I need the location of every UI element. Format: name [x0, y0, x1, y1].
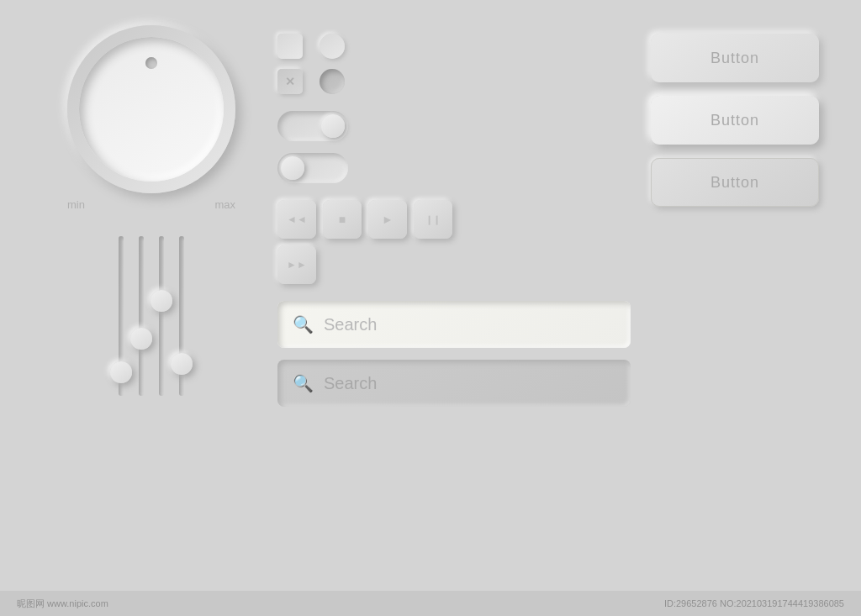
checkbox-unchecked[interactable]	[277, 34, 303, 59]
slider-4[interactable]	[179, 236, 184, 413]
middle-panel: ✕	[277, 25, 462, 591]
forward-icon: ►►	[287, 259, 307, 271]
search-placeholder-2: Search	[324, 374, 377, 393]
left-panel: min max	[42, 25, 261, 591]
slider-1[interactable]	[119, 236, 124, 413]
knob-labels: min max	[67, 198, 235, 211]
checkbox-checked[interactable]: ✕	[277, 69, 303, 94]
rewind-icon: ◄◄	[287, 213, 307, 225]
knob-min-label: min	[67, 198, 85, 211]
media-play-button[interactable]: ►	[368, 200, 407, 239]
media-rewind-button[interactable]: ◄◄	[277, 200, 316, 239]
toggle-off-thumb	[281, 156, 304, 180]
knob-inner	[79, 37, 224, 182]
search-bars-container: 🔍 Search 🔍 Search	[277, 301, 462, 407]
stop-icon: ■	[339, 213, 346, 226]
slider-3-thumb[interactable]	[151, 290, 172, 312]
button-2[interactable]: Button	[651, 96, 819, 145]
media-controls: ◄◄ ■ ► ❙❙ ►►	[277, 200, 462, 284]
watermark-bar: 昵图网 www.nipic.com ID:29652876 NO:2021031…	[0, 591, 861, 616]
controls-row: ✕	[277, 34, 462, 94]
button-1[interactable]: Button	[651, 34, 819, 82]
slider-3[interactable]	[159, 236, 164, 413]
knob-outer[interactable]	[67, 25, 235, 193]
play-icon: ►	[382, 213, 394, 226]
knob-max-label: max	[214, 198, 235, 211]
slider-4-thumb[interactable]	[171, 353, 193, 375]
media-pause-button[interactable]: ❙❙	[414, 200, 452, 239]
toggle-off[interactable]	[277, 153, 348, 183]
toggles-container	[277, 111, 462, 183]
checkboxes-col: ✕	[277, 34, 303, 94]
search-bar-dark[interactable]: 🔍 Search	[277, 360, 631, 407]
buttons-panel: Button Button Button	[651, 25, 819, 591]
media-forward-button[interactable]: ►►	[277, 245, 316, 284]
button-3[interactable]: Button	[651, 158, 819, 207]
search-icon-1: 🔍	[293, 314, 314, 334]
knob-container: min max	[67, 25, 235, 211]
slider-1-thumb[interactable]	[110, 361, 132, 383]
media-stop-button[interactable]: ■	[323, 200, 362, 239]
watermark-left: 昵图网 www.nipic.com	[17, 598, 108, 610]
sliders-container	[119, 219, 184, 413]
toggle-on[interactable]	[277, 111, 348, 141]
search-bar-light[interactable]: 🔍 Search	[277, 301, 631, 348]
radio-checked[interactable]	[320, 69, 345, 94]
slider-2[interactable]	[139, 236, 144, 413]
search-placeholder-1: Search	[324, 315, 377, 334]
toggle-on-thumb	[321, 114, 345, 138]
pause-icon: ❙❙	[425, 214, 441, 225]
watermark-right: ID:29652876 NO:202103191744419386085	[664, 598, 844, 608]
search-icon-2: 🔍	[293, 373, 314, 393]
radios-col	[320, 34, 345, 94]
slider-2-thumb[interactable]	[130, 328, 152, 350]
radio-unchecked[interactable]	[320, 34, 345, 59]
knob-dot	[145, 57, 157, 69]
